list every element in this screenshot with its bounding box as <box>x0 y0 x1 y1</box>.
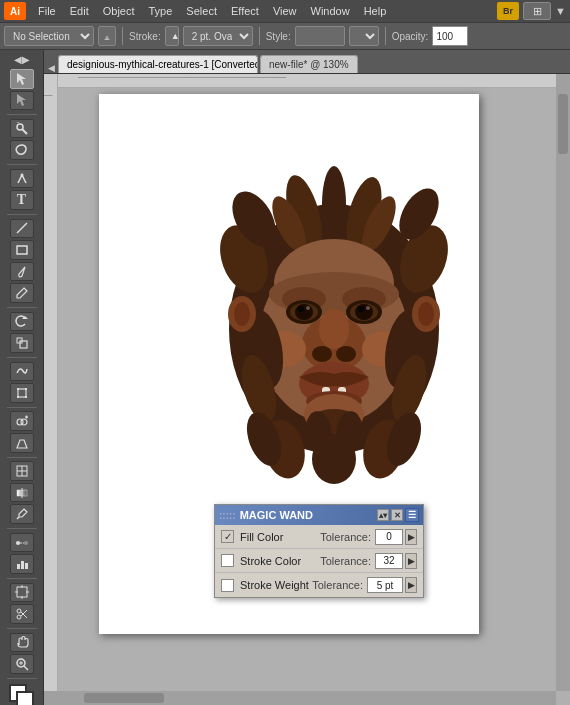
gradient-tool[interactable] <box>10 483 34 503</box>
svg-point-28 <box>24 541 28 545</box>
ruler-left: │ <box>44 74 58 691</box>
style-btn[interactable] <box>295 26 345 46</box>
selection-dropdown[interactable]: No Selection <box>4 26 94 46</box>
vertical-scrollbar[interactable] <box>556 74 570 691</box>
menu-view[interactable]: View <box>267 3 303 19</box>
zoom-tool[interactable] <box>10 654 34 674</box>
mesh-tool[interactable] <box>10 461 34 481</box>
vertical-scroll-thumb[interactable] <box>558 94 568 154</box>
panel-collapse[interactable]: ◀▶ <box>14 54 30 65</box>
panel-resize-btn[interactable]: ▴▾ <box>377 509 389 521</box>
svg-line-6 <box>17 223 27 233</box>
line-tool[interactable] <box>10 219 34 239</box>
svg-point-68 <box>355 304 373 320</box>
stroke-weight-tolerance-value[interactable]: 5 pt <box>367 577 403 593</box>
lasso-tool[interactable] <box>10 140 34 160</box>
tab-creatures[interactable]: designious-mythical-creatures-1 [Convert… <box>58 55 258 73</box>
br-icon[interactable]: Br <box>497 2 519 20</box>
free-transform-tool[interactable] <box>10 383 34 403</box>
fill-tolerance-value[interactable]: 0 <box>375 529 403 545</box>
svg-rect-33 <box>17 587 27 597</box>
transform-btn[interactable]: ⟁ <box>98 26 116 46</box>
horizontal-scroll-thumb[interactable] <box>84 693 164 703</box>
menu-file[interactable]: File <box>32 3 62 19</box>
tool-separator-3 <box>7 214 37 215</box>
stroke-color-tolerance-label: Tolerance: <box>320 555 371 567</box>
svg-rect-12 <box>17 388 19 390</box>
svg-point-70 <box>366 306 370 310</box>
svg-marker-0 <box>17 73 26 85</box>
column-graph-tool[interactable] <box>10 554 34 574</box>
tool-separator-2 <box>7 164 37 165</box>
panel-menu-btn[interactable]: ☰ <box>405 508 419 522</box>
workspace-switcher[interactable]: ⊞ <box>523 2 551 20</box>
rotate-tool[interactable] <box>10 312 34 332</box>
svg-point-65 <box>306 306 310 310</box>
svg-point-92 <box>418 302 434 326</box>
fill-color-checkbox[interactable]: ✓ <box>221 530 234 543</box>
perspective-tool[interactable] <box>10 433 34 453</box>
stroke-weight-tolerance-arrow[interactable]: ▶ <box>405 577 417 593</box>
menu-help[interactable]: Help <box>358 3 393 19</box>
svg-point-74 <box>319 309 349 349</box>
svg-marker-1 <box>17 94 26 106</box>
blend-tool[interactable] <box>10 533 34 553</box>
stroke-weight-row: Stroke Weight Tolerance: 5 pt ▶ <box>215 573 423 597</box>
magic-wand-titlebar[interactable]: ::::: MAGIC WAND ▴▾ ✕ ☰ <box>215 505 423 525</box>
artboard-tool[interactable] <box>10 583 34 603</box>
pencil-tool[interactable] <box>10 283 34 303</box>
stroke-dropdown[interactable]: 2 pt. Oval <box>183 26 253 46</box>
hand-tool[interactable] <box>10 633 34 653</box>
svg-rect-31 <box>21 561 24 569</box>
tab-newfile[interactable]: new-file* @ 130% <box>260 55 358 73</box>
tool-separator-4 <box>7 307 37 308</box>
stroke-color-row: Stroke Color Tolerance: 32 ▶ <box>215 549 423 573</box>
style-dropdown[interactable] <box>349 26 379 46</box>
menu-select[interactable]: Select <box>180 3 223 19</box>
eyedropper-tool[interactable] <box>10 504 34 524</box>
svg-point-63 <box>295 304 313 320</box>
rect-tool[interactable] <box>10 240 34 260</box>
menu-edit[interactable]: Edit <box>64 3 95 19</box>
fill-stroke-indicator[interactable] <box>9 684 35 705</box>
fill-tolerance-arrow[interactable]: ▶ <box>405 529 417 545</box>
scale-tool[interactable] <box>10 333 34 353</box>
stroke-weight-label: Stroke Weight <box>240 579 312 591</box>
menu-bar: Ai File Edit Object Type Select Effect V… <box>0 0 570 22</box>
svg-point-38 <box>17 609 21 613</box>
pen-tool[interactable] <box>10 169 34 189</box>
warp-tool[interactable] <box>10 362 34 382</box>
menu-object[interactable]: Object <box>97 3 141 19</box>
stroke-up[interactable]: ▲ <box>165 26 179 46</box>
paintbrush-tool[interactable] <box>10 262 34 282</box>
shape-builder-tool[interactable] <box>10 411 34 431</box>
direct-select-tool[interactable] <box>10 91 34 111</box>
stroke-weight-checkbox[interactable] <box>221 579 234 592</box>
stroke-color-tolerance-value[interactable]: 32 <box>375 553 403 569</box>
svg-point-94 <box>312 434 356 484</box>
toolbar: No Selection ⟁ Stroke: ▲ 2 pt. Oval Styl… <box>0 22 570 50</box>
opacity-input[interactable] <box>432 26 468 46</box>
tab-scroll-left[interactable]: ◀ <box>48 63 58 73</box>
tool-separator-7 <box>7 457 37 458</box>
type-tool[interactable]: T <box>10 190 34 210</box>
fill-tolerance-label: Tolerance: <box>320 531 371 543</box>
menu-type[interactable]: Type <box>143 3 179 19</box>
selection-tool[interactable] <box>10 69 34 89</box>
svg-point-17 <box>21 419 27 425</box>
menu-effect[interactable]: Effect <box>225 3 265 19</box>
toolbar-divider-2 <box>259 27 260 45</box>
panel-grip: ::::: <box>219 510 236 521</box>
magic-wand-tool[interactable] <box>10 119 34 139</box>
toolbar-divider-3 <box>385 27 386 45</box>
svg-point-91 <box>234 302 250 326</box>
scissors-tool[interactable] <box>10 604 34 624</box>
panel-close-btn[interactable]: ✕ <box>391 509 403 521</box>
stroke-color-label: Stroke Color <box>240 555 320 567</box>
workspace-arrow[interactable]: ▼ <box>555 5 566 17</box>
menu-window[interactable]: Window <box>305 3 356 19</box>
stroke-color-tolerance-arrow[interactable]: ▶ <box>405 553 417 569</box>
canvas-wrapper[interactable]: │ ──────────────────────────────────────… <box>44 74 570 705</box>
horizontal-scrollbar[interactable] <box>44 691 556 705</box>
stroke-color-checkbox[interactable] <box>221 554 234 567</box>
